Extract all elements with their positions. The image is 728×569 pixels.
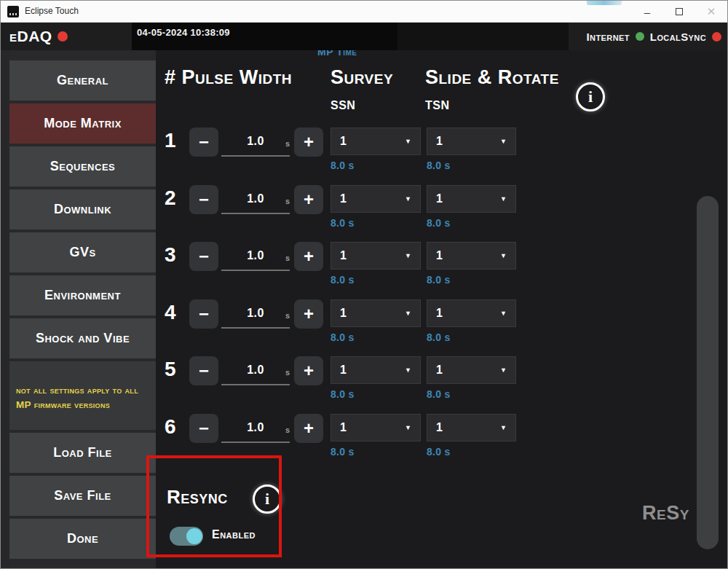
- internet-status-dot: [636, 32, 644, 41]
- pulse-width-header: # Pulse Width: [165, 66, 292, 89]
- pulse-width-decrement-button[interactable]: −: [189, 414, 218, 443]
- pulse-width-unit: s: [285, 139, 290, 148]
- vertical-scrollbar[interactable]: [697, 196, 719, 549]
- maximize-button[interactable]: [663, 1, 695, 23]
- pulse-width-increment-button[interactable]: +: [294, 127, 323, 157]
- sidebar-item-label: Save File: [54, 488, 111, 503]
- pulse-width-input[interactable]: 1.0: [221, 242, 290, 271]
- close-button[interactable]: ✕: [695, 1, 727, 23]
- chevron-down-icon: ▼: [405, 252, 411, 259]
- pulse-width-input[interactable]: 1.0: [221, 299, 290, 329]
- chevron-down-icon: ▼: [500, 195, 507, 203]
- edaq-status-dot: [58, 31, 68, 42]
- tsn-dropdown[interactable]: 1 ▼: [427, 299, 516, 327]
- row-number: 3: [165, 243, 185, 267]
- pulse-width-unit: s: [285, 311, 290, 320]
- minimize-button[interactable]: –: [631, 1, 663, 23]
- sidebar-item-sequences[interactable]: Sequences: [9, 146, 156, 187]
- tsn-dropdown-value: 1: [436, 421, 443, 434]
- pulse-width-increment-button[interactable]: +: [294, 356, 323, 385]
- row-number: 1: [165, 129, 185, 152]
- pulse-width-decrement-button[interactable]: −: [189, 185, 218, 214]
- chevron-down-icon: ▼: [500, 252, 507, 259]
- load-file-button[interactable]: Load File: [9, 433, 156, 473]
- chevron-down-icon: ▼: [405, 424, 411, 431]
- sidebar-item-label: GVs: [69, 245, 95, 260]
- status-header: eDAQ 04-05-2024 10:38:09 Internet LocalS…: [1, 23, 727, 50]
- ssn-dropdown[interactable]: 1 ▼: [331, 414, 421, 442]
- ssn-dropdown[interactable]: 1 ▼: [331, 356, 421, 384]
- ssn-dropdown[interactable]: 1 ▼: [331, 299, 421, 327]
- ssn-dropdown[interactable]: 1 ▼: [331, 185, 421, 213]
- chevron-down-icon: ▼: [500, 366, 507, 374]
- pulse-width-input[interactable]: 1.0: [221, 414, 290, 443]
- mp-time-clipped-label: MP Time: [317, 50, 357, 58]
- mode-matrix-panel: MP Time # Pulse Width Survey Slide & Rot…: [156, 50, 728, 569]
- pulse-width-increment-button[interactable]: +: [294, 185, 323, 214]
- tsn-dropdown-value: 1: [436, 364, 443, 377]
- localsync-status-dot: [712, 32, 721, 42]
- ssn-dropdown-value: 1: [340, 249, 347, 262]
- tsn-dropdown[interactable]: 1 ▼: [427, 127, 516, 155]
- background-artifact: [587, 1, 622, 5]
- tsn-duration-label: 8.0 s: [427, 160, 451, 171]
- pulse-width-increment-button[interactable]: +: [294, 299, 323, 329]
- row-number: 6: [165, 415, 185, 439]
- chevron-down-icon: ▼: [405, 366, 411, 374]
- resy-watermark: ReSy: [642, 502, 689, 525]
- pulse-width-input[interactable]: 1.0: [221, 356, 290, 385]
- sidebar-item-downlink[interactable]: Downlink: [9, 189, 156, 229]
- resync-toggle-label: Enabled: [212, 528, 256, 541]
- pulse-width-decrement-button[interactable]: −: [189, 127, 218, 157]
- sidebar-item-mode-matrix[interactable]: Mode Matrix: [9, 103, 156, 144]
- sidebar-nav: GeneralMode MatrixSequencesDownlinkGVsEn…: [9, 60, 156, 358]
- pulse-width-decrement-button[interactable]: −: [189, 356, 218, 385]
- resync-info-icon[interactable]: i: [253, 484, 282, 514]
- ssn-duration-label: 8.0 s: [331, 274, 355, 286]
- pulse-width-increment-button[interactable]: +: [294, 414, 323, 443]
- done-button[interactable]: Done: [9, 519, 156, 559]
- sidebar-item-shock-and-vibe[interactable]: Shock and Vibe: [9, 318, 156, 358]
- sidebar-item-label: Sequences: [50, 159, 115, 174]
- tsn-dropdown[interactable]: 1 ▼: [427, 242, 516, 270]
- chevron-down-icon: ▼: [405, 310, 411, 317]
- sidebar-item-label: Load File: [53, 445, 112, 460]
- ssn-duration-label: 8.0 s: [331, 160, 355, 171]
- tsn-dropdown[interactable]: 1 ▼: [427, 414, 516, 442]
- pulse-width-input[interactable]: 1.0: [221, 127, 290, 157]
- pulse-width-increment-button[interactable]: +: [294, 242, 323, 271]
- matrix-row: 1 − 1.0 s + 1 ▼ 1 ▼ 8.0 s 8.0 s: [165, 127, 572, 178]
- sidebar-item-general[interactable]: General: [9, 60, 156, 101]
- matrix-row: 4 − 1.0 s + 1 ▼ 1 ▼ 8.0 s 8.0 s: [165, 299, 572, 350]
- slide-rotate-header: Slide & Rotate: [425, 66, 559, 89]
- matrix-info-icon[interactable]: i: [576, 82, 605, 111]
- tsn-dropdown-value: 1: [436, 192, 443, 205]
- tsn-dropdown[interactable]: 1 ▼: [427, 356, 516, 384]
- save-file-button[interactable]: Save File: [9, 476, 156, 516]
- pulse-width-decrement-button[interactable]: −: [189, 242, 218, 271]
- tsn-dropdown[interactable]: 1 ▼: [427, 185, 516, 213]
- chevron-down-icon: ▼: [500, 138, 507, 145]
- connection-statuses: Internet LocalSync: [587, 23, 721, 50]
- sidebar-item-label: Downlink: [54, 202, 111, 217]
- localsync-label: LocalSync: [650, 31, 706, 43]
- brand-label: eDAQ: [9, 28, 52, 45]
- chevron-down-icon: ▼: [405, 195, 411, 203]
- ssn-duration-label: 8.0 s: [331, 446, 355, 458]
- ssn-dropdown[interactable]: 1 ▼: [331, 242, 421, 270]
- resync-label: Resync: [167, 486, 228, 509]
- tsn-subheader: TSN: [425, 99, 450, 112]
- sidebar-item-gvs[interactable]: GVs: [9, 232, 156, 272]
- sidebar-item-label: Shock and Vibe: [36, 331, 130, 346]
- resync-toggle[interactable]: [170, 527, 203, 546]
- matrix-row: 2 − 1.0 s + 1 ▼ 1 ▼ 8.0 s 8.0 s: [165, 185, 572, 236]
- row-number: 4: [165, 301, 185, 324]
- pulse-width-input[interactable]: 1.0: [221, 185, 290, 214]
- sidebar-item-environment[interactable]: Environment: [9, 275, 156, 315]
- pulse-width-unit: s: [285, 197, 290, 205]
- pulse-width-decrement-button[interactable]: −: [189, 299, 218, 329]
- tsn-duration-label: 8.0 s: [427, 388, 451, 400]
- tsn-duration-label: 8.0 s: [427, 331, 451, 343]
- matrix-row: 3 − 1.0 s + 1 ▼ 1 ▼ 8.0 s 8.0 s: [165, 242, 572, 293]
- ssn-dropdown[interactable]: 1 ▼: [331, 127, 421, 155]
